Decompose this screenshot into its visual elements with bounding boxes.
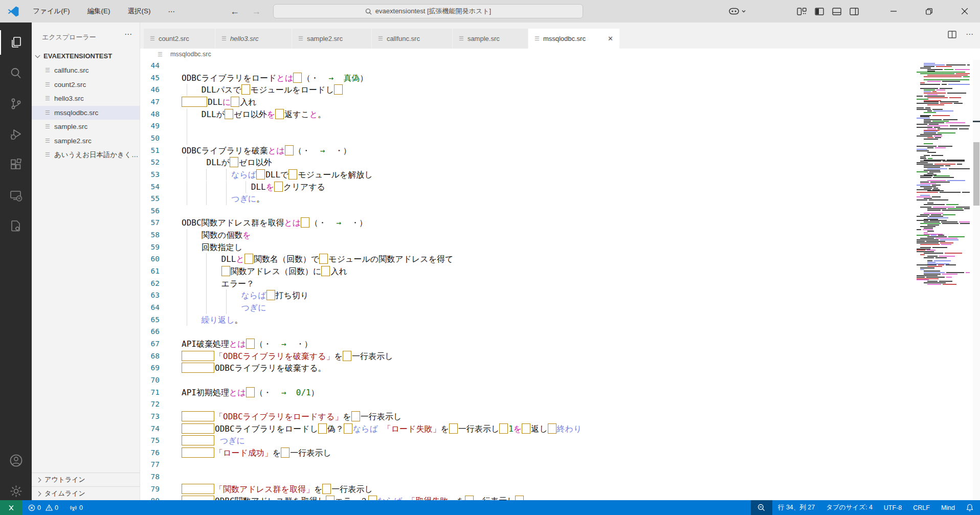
file-item-count2.src[interactable]: ☰count2.src [32, 78, 140, 92]
file-item-sample2.src[interactable]: ☰sample2.src [32, 134, 140, 148]
editor-line-63[interactable]: 63ならば打ち切り [140, 289, 915, 302]
minimap-line [924, 121, 931, 122]
code-editor[interactable]: 4445ODBCライブラリをロードとは（・ → 真偽）46DLLパスでモジュール… [140, 60, 915, 500]
tab-sample.src[interactable]: ☰sample.src [453, 29, 528, 49]
sidebar-item-explorer[interactable] [0, 30, 32, 55]
editor-line-73[interactable]: 73「ODBCライブラリをロードする」を一行表示し [140, 411, 915, 423]
editor-line-67[interactable]: 67API破棄処理とは（・ → ・） [140, 338, 915, 350]
tab-hello3.src[interactable]: ☰hello3.src [215, 29, 292, 49]
indentation-status[interactable]: タブのサイズ: 4 [820, 500, 878, 515]
breadcrumb[interactable]: ☰ mssqlodbc.src [140, 49, 915, 60]
minimap[interactable] [915, 60, 973, 500]
language-mode[interactable]: Mind [936, 500, 961, 515]
minimap-line [927, 266, 942, 267]
tab-callfunc.src[interactable]: ☰callfunc.src [372, 29, 453, 49]
editor-line-79[interactable]: 79「関数アドレス群を取得」を一行表示し [140, 483, 915, 496]
menu-file[interactable]: ファイル(F) [33, 7, 70, 16]
tab-sample2.src[interactable]: ☰sample2.src [292, 29, 372, 49]
minimize-button[interactable] [882, 0, 905, 23]
editor-line-58[interactable]: 58関数の個数を [140, 229, 915, 241]
editor-line-45[interactable]: 45ODBCライブラリをロードとは（・ → 真偽） [140, 72, 915, 84]
sidebar-more-actions-icon[interactable]: ⋯ [124, 30, 132, 39]
file-item-mssqlodbc.src[interactable]: ☰mssqlodbc.src [32, 106, 140, 120]
notifications-bell-icon[interactable] [961, 500, 980, 515]
file-item-あいうえお日本語かきく…[interactable]: ☰あいうえお日本語かきく… [32, 148, 140, 162]
ports-indicator[interactable]: 0 [70, 504, 83, 511]
section-timeline[interactable]: タイムライン [32, 486, 140, 500]
encoding-status[interactable]: UTF-8 [878, 500, 907, 515]
minimap-line [932, 247, 948, 248]
split-editor-icon[interactable] [948, 31, 956, 38]
folder-header[interactable]: EVAEXTENSIONTEST [32, 49, 140, 63]
file-item-callfunc.src[interactable]: ☰callfunc.src [32, 63, 140, 78]
close-icon[interactable]: ✕ [603, 35, 613, 42]
cursor-position[interactable]: 行 34、列 27 [772, 500, 820, 515]
menu-overflow[interactable]: ⋯ [168, 7, 175, 15]
command-center-search[interactable]: evaextensiontest [拡張機能開発ホスト] [273, 4, 583, 18]
editor-line-46[interactable]: 46DLLパスでモジュールをロードし [140, 84, 915, 96]
editor-line-44[interactable]: 44 [140, 60, 915, 72]
editor-line-69[interactable]: 69ODBCライブラリを破棄する。 [140, 362, 915, 374]
sidebar-item-source-control[interactable] [0, 92, 32, 116]
editor-line-64[interactable]: 64つぎに [140, 302, 915, 314]
editor-line-77[interactable]: 77 [140, 459, 915, 471]
editor-line-59[interactable]: 59回数指定し [140, 241, 915, 254]
file-item-hello3.src[interactable]: ☰hello3.src [32, 92, 140, 106]
customize-layout-icon[interactable] [797, 8, 807, 15]
close-window-button[interactable] [953, 0, 976, 23]
eol-status[interactable]: CRLF [907, 500, 936, 515]
editor-line-47[interactable]: 47DLLに入れ [140, 96, 915, 108]
editor-line-52[interactable]: 52DLLがゼロ以外 [140, 156, 915, 169]
editor-line-57[interactable]: 57ODBC関数アドレス群を取得とは（・ → ・） [140, 217, 915, 229]
editor-line-54[interactable]: 54DLLをクリアする [140, 181, 915, 193]
editor-line-78[interactable]: 78 [140, 471, 915, 483]
editor-line-60[interactable]: 60DLLと関数名（回数）でモジュールの関数アドレスを得て [140, 253, 915, 265]
menu-edit[interactable]: 編集(E) [87, 7, 110, 16]
tab-count2.src[interactable]: ☰count2.src [144, 29, 215, 49]
file-item-sample.src[interactable]: ☰sample.src [32, 120, 140, 134]
editor-line-68[interactable]: 68「ODBCライブラリを破棄する」を一行表示し [140, 350, 915, 363]
toggle-panel-icon[interactable] [832, 8, 841, 15]
zoom-status-button[interactable] [751, 500, 772, 515]
editor-line-56[interactable]: 56 [140, 205, 915, 217]
editor-line-70[interactable]: 70 [140, 374, 915, 387]
tab-mssqlodbc.src[interactable]: ☰mssqlodbc.src✕ [528, 29, 620, 49]
editor-line-75[interactable]: 75 つぎに [140, 435, 915, 447]
editor-line-51[interactable]: 51ODBCライブラリを破棄とは（・ → ・） [140, 145, 915, 157]
fullwidth-space-box [182, 435, 214, 445]
editor-line-71[interactable]: 71API初期処理とは（・ → 0/1） [140, 387, 915, 399]
sidebar-item-search[interactable] [0, 61, 32, 85]
editor-line-76[interactable]: 76「ロード成功」を一行表示し [140, 447, 915, 459]
toggle-primary-sidebar-icon[interactable] [815, 8, 824, 15]
settings-gear-icon[interactable] [0, 479, 32, 503]
toggle-secondary-sidebar-icon[interactable] [850, 8, 859, 15]
section-outline[interactable]: アウトライン [32, 473, 140, 486]
sidebar-item-extensions[interactable] [0, 153, 32, 177]
editor-line-66[interactable]: 66 [140, 326, 915, 338]
account-icon[interactable] [0, 448, 32, 473]
editor-line-62[interactable]: 62エラー？ [140, 278, 915, 290]
restore-button[interactable] [918, 0, 940, 23]
editor-line-55[interactable]: 55つぎに。 [140, 193, 915, 205]
remote-indicator[interactable] [0, 500, 22, 515]
sidebar-item-run-debug[interactable] [0, 122, 32, 147]
menu-selection[interactable]: 選択(S) [128, 7, 151, 16]
editor-line-49[interactable]: 49 [140, 120, 915, 132]
editor-line-50[interactable]: 50 [140, 132, 915, 145]
sidebar-item-remote-explorer[interactable] [0, 184, 32, 208]
copilot-button[interactable] [728, 0, 746, 23]
file-icon: ☰ [221, 35, 227, 42]
editor-more-actions-icon[interactable]: ⋯ [966, 30, 974, 39]
sidebar-item-eva-extension[interactable] [0, 214, 32, 239]
editor-line-53[interactable]: 53ならばDLLでモジュールを解放し [140, 169, 915, 181]
editor-line-74[interactable]: 74ODBCライブラリをロードし偽？ならば 「ロード失敗」を一行表示し1を返し終… [140, 423, 915, 435]
editor-line-65[interactable]: 65繰り返し。 [140, 314, 915, 326]
vertical-scrollbar[interactable] [973, 60, 980, 500]
scrollbar-thumb[interactable] [973, 142, 979, 206]
nav-back-icon[interactable]: ← [230, 0, 239, 23]
editor-line-72[interactable]: 72 [140, 398, 915, 411]
problems-indicator[interactable]: 0 0 [28, 504, 58, 511]
editor-line-48[interactable]: 48DLLがゼロ以外を返すこと。 [140, 108, 915, 121]
editor-line-80[interactable]: 80ODBC関数アドレス群を取得しエラー？ならば 「取得失敗」を一行表示し [140, 495, 915, 500]
editor-line-61[interactable]: 61関数アドレス（回数）に入れ [140, 265, 915, 278]
